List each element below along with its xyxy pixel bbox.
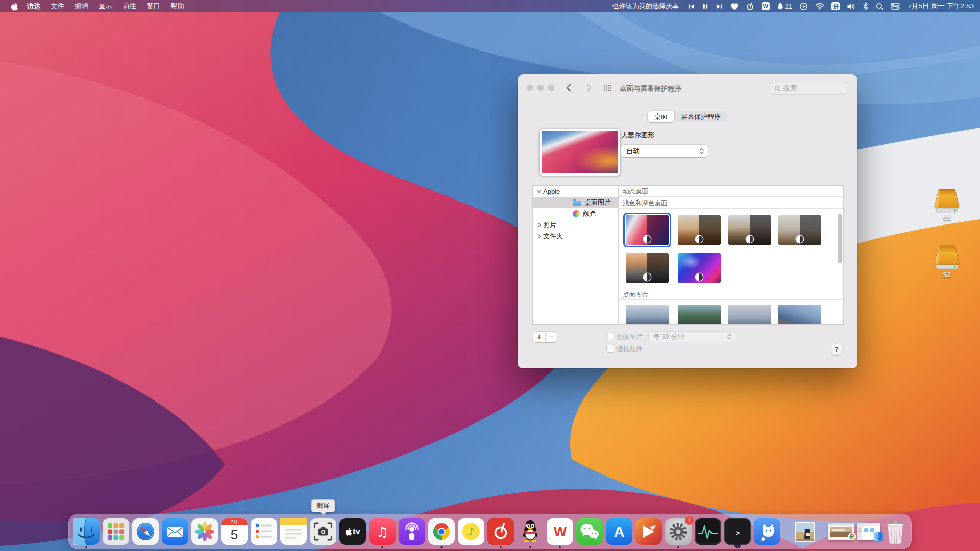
running-indicator (529, 546, 531, 548)
wallpaper-thumb-desert-2[interactable] (728, 215, 771, 245)
show-all-grid-icon[interactable] (601, 82, 614, 93)
disclosure-closed-icon[interactable] (536, 222, 542, 228)
wallpaper-thumb-misty-mountains[interactable] (626, 305, 669, 324)
dock-terminal[interactable]: >_ (724, 518, 751, 545)
dock-minimized-window-finder[interactable] (857, 523, 880, 540)
change-picture-checkbox[interactable] (606, 333, 614, 340)
finder-badge-icon (874, 532, 883, 543)
wallpaper-thumb-rock-formation[interactable] (626, 253, 669, 283)
random-order-checkbox[interactable] (606, 345, 614, 353)
disclosure-open-icon[interactable] (536, 189, 542, 194)
zoom-button[interactable] (548, 85, 554, 91)
input-method-icon[interactable]: 拼 (828, 0, 843, 12)
apple-menu[interactable] (7, 0, 21, 12)
dock-chrome[interactable] (428, 518, 455, 545)
wallpaper-thumb-desert-1[interactable] (678, 215, 721, 245)
dock-activity-monitor[interactable] (695, 518, 721, 545)
wallpaper-thumb-sea-stacks[interactable] (728, 305, 771, 324)
media-next-button[interactable] (712, 0, 727, 12)
menu-item-window[interactable]: 窗口 (141, 0, 165, 12)
add-button[interactable]: + (533, 332, 545, 342)
desktop-drive-s1[interactable]: S1 (925, 189, 968, 222)
netease-music-menu-icon[interactable] (742, 0, 758, 12)
minimize-button[interactable] (537, 85, 544, 91)
dock-music[interactable]: ♫ (369, 518, 396, 545)
sidebar-group-folders[interactable]: 文件夹 (533, 231, 619, 242)
wallpaper-thumb-coastal-aerial[interactable] (678, 305, 721, 324)
dock-wechat[interactable] (576, 518, 603, 545)
close-button[interactable] (527, 85, 533, 91)
dock-netease-music[interactable] (487, 518, 514, 545)
menu-bar: 访达 文件 编辑 显示 前往 窗口 帮助 也许该为我的选择庆幸 W 21 (0, 0, 980, 12)
volume-icon[interactable] (843, 0, 859, 12)
dock-podcasts[interactable] (399, 518, 425, 545)
disclosure-closed-icon[interactable] (536, 234, 542, 239)
dock-calendar[interactable]: 7月 5 (221, 518, 248, 545)
dock-screenshot[interactable]: 截屏 (310, 518, 336, 545)
dock-reminders[interactable] (251, 518, 277, 545)
wallpaper-thumb-big-sur-dynamic[interactable] (626, 215, 669, 245)
dock-wps-office[interactable]: W (547, 518, 573, 545)
help-button[interactable]: ? (831, 344, 842, 355)
dock-safari[interactable] (132, 518, 159, 545)
menu-item-file[interactable]: 文件 (45, 0, 69, 12)
forward-button[interactable] (583, 82, 595, 93)
dock-tooltip: 截屏 (311, 499, 335, 512)
dock-trash[interactable] (884, 518, 907, 545)
current-wallpaper-preview (540, 129, 620, 176)
spotlight-search-icon[interactable] (872, 0, 887, 12)
menu-item-finder[interactable]: 访达 (21, 0, 45, 12)
wallpaper-thumb-rocky-coast[interactable] (778, 305, 821, 324)
bluetooth-icon[interactable] (859, 0, 872, 12)
media-previous-button[interactable] (684, 0, 699, 12)
dock-finder[interactable] (73, 518, 100, 545)
dock-mail[interactable] (162, 518, 188, 545)
dock-qq[interactable] (517, 518, 544, 545)
dynamic-wallpaper-badge (696, 236, 703, 243)
random-order-label: 随机顺序 (616, 344, 643, 354)
desktop-drive-s2[interactable]: S2 (925, 245, 968, 279)
dock-app-store[interactable]: A (606, 518, 632, 545)
qq-badge-count: 21 (785, 3, 792, 10)
source-list: Apple 桌面图片 颜色 照片 文件夹 (533, 186, 619, 324)
wallpaper-browser: Apple 桌面图片 颜色 照片 文件夹 动态桌面 浅色和深色桌面 (533, 186, 843, 324)
wallpaper-thumb-desert-3[interactable] (778, 215, 821, 245)
tab-screensaver[interactable]: 屏幕保护程序 (674, 111, 727, 122)
back-button[interactable] (562, 82, 575, 93)
menu-item-view[interactable]: 显示 (93, 0, 117, 12)
dock-apple-tv[interactable]: tv (339, 518, 366, 545)
dock-video-app[interactable] (635, 518, 662, 545)
appearance-mode-select[interactable]: 自动 (621, 145, 708, 157)
menu-bar-clock[interactable]: 7月5日 周一 下午2:53 (903, 2, 974, 11)
search-field[interactable]: 搜索 (770, 82, 847, 95)
play-circle-menu-icon[interactable] (796, 0, 812, 12)
control-center-icon[interactable] (887, 0, 903, 12)
interval-select[interactable]: 每 30 分钟 (648, 331, 736, 342)
sidebar-group-apple[interactable]: Apple (533, 186, 619, 197)
dock-system-preferences[interactable]: 1 (665, 518, 692, 545)
menu-item-go[interactable]: 前往 (117, 0, 141, 12)
dock-photos[interactable] (191, 518, 218, 545)
wallpaper-thumb-iridescence[interactable] (678, 253, 721, 283)
tab-desktop[interactable]: 桌面 (648, 111, 674, 122)
menu-item-edit[interactable]: 编辑 (69, 0, 93, 12)
wifi-icon[interactable] (812, 0, 828, 12)
dock-notes[interactable] (280, 518, 307, 545)
dock: 7月 5 截屏 tv ♫ (68, 514, 912, 549)
qq-menu-icon[interactable]: 21 (773, 0, 796, 12)
gallery-scrollbar[interactable] (838, 214, 842, 263)
dock-downloads-stack[interactable] (791, 518, 818, 545)
media-pause-button[interactable] (699, 0, 712, 12)
remove-button[interactable]: − (545, 332, 557, 342)
select-chevrons-icon (727, 333, 732, 341)
dock-cat-app[interactable] (754, 518, 780, 545)
wps-menu-icon[interactable]: W (758, 0, 773, 12)
dock-launchpad[interactable] (103, 518, 129, 545)
sidebar-group-photos[interactable]: 照片 (533, 219, 619, 231)
dock-minimized-window-chrome[interactable] (828, 523, 854, 540)
heart-icon[interactable] (727, 0, 742, 12)
dynamic-wallpaper-badge (746, 236, 753, 243)
dock-qq-music[interactable]: ♪ (458, 518, 484, 545)
folder-icon (573, 199, 581, 206)
menu-item-help[interactable]: 帮助 (165, 0, 189, 12)
